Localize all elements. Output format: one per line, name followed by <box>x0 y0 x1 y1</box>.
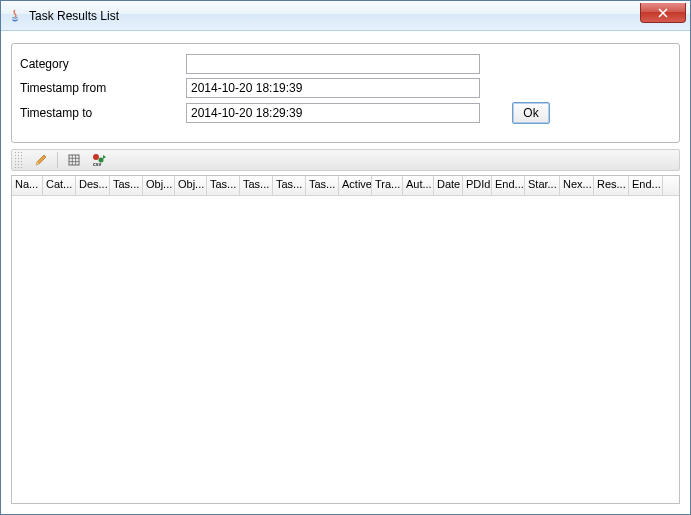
column-header[interactable]: Active <box>339 176 372 195</box>
title-bar[interactable]: Task Results List <box>1 1 690 31</box>
edit-button[interactable] <box>29 150 53 170</box>
column-header[interactable]: End... <box>629 176 663 195</box>
csv-icon: csv <box>92 153 108 167</box>
window-frame: Task Results List Category Timestamp fro… <box>0 0 691 515</box>
filter-panel: Category Timestamp from Timestamp to Ok <box>11 43 680 143</box>
toolbar-grip[interactable] <box>14 151 24 169</box>
grid-icon <box>67 153 81 167</box>
column-header[interactable]: Res... <box>594 176 629 195</box>
column-header[interactable]: PDId <box>463 176 492 195</box>
timestamp-from-label: Timestamp from <box>20 81 186 95</box>
category-label: Category <box>20 57 186 71</box>
column-header[interactable]: Obj... <box>175 176 207 195</box>
column-header[interactable]: Nex... <box>560 176 594 195</box>
column-header[interactable]: Tas... <box>110 176 143 195</box>
column-header[interactable]: Date <box>434 176 463 195</box>
ok-button[interactable]: Ok <box>512 102 550 124</box>
toolbar-separator <box>57 152 58 168</box>
svg-rect-0 <box>69 155 79 165</box>
column-header[interactable]: Star... <box>525 176 560 195</box>
svg-point-5 <box>93 154 99 160</box>
column-header[interactable]: End... <box>492 176 525 195</box>
java-app-icon <box>7 8 23 24</box>
close-icon <box>658 8 668 18</box>
content-area: Category Timestamp from Timestamp to Ok <box>1 31 690 514</box>
timestamp-to-input[interactable] <box>186 103 480 123</box>
category-input[interactable] <box>186 54 480 74</box>
results-table[interactable]: Na...Cat...Des...Tas...Obj...Obj...Tas..… <box>11 175 680 504</box>
column-header[interactable]: Des... <box>76 176 110 195</box>
column-header[interactable]: Na... <box>12 176 43 195</box>
window-title: Task Results List <box>29 9 119 23</box>
column-header[interactable]: Tas... <box>306 176 339 195</box>
column-header[interactable]: Cat... <box>43 176 76 195</box>
close-button[interactable] <box>640 3 686 23</box>
svg-text:csv: csv <box>93 161 102 167</box>
table-header-row: Na...Cat...Des...Tas...Obj...Obj...Tas..… <box>12 176 679 196</box>
column-header[interactable]: Obj... <box>143 176 175 195</box>
column-header[interactable]: Tas... <box>273 176 306 195</box>
toolbar: csv <box>11 149 680 171</box>
pencil-icon <box>34 153 48 167</box>
timestamp-to-label: Timestamp to <box>20 106 186 120</box>
column-header[interactable]: Tas... <box>240 176 273 195</box>
export-csv-button[interactable]: csv <box>88 150 112 170</box>
column-header[interactable]: Tra... <box>372 176 403 195</box>
timestamp-from-input[interactable] <box>186 78 480 98</box>
grid-button[interactable] <box>62 150 86 170</box>
column-header[interactable]: Aut... <box>403 176 434 195</box>
column-header[interactable]: Tas... <box>207 176 240 195</box>
